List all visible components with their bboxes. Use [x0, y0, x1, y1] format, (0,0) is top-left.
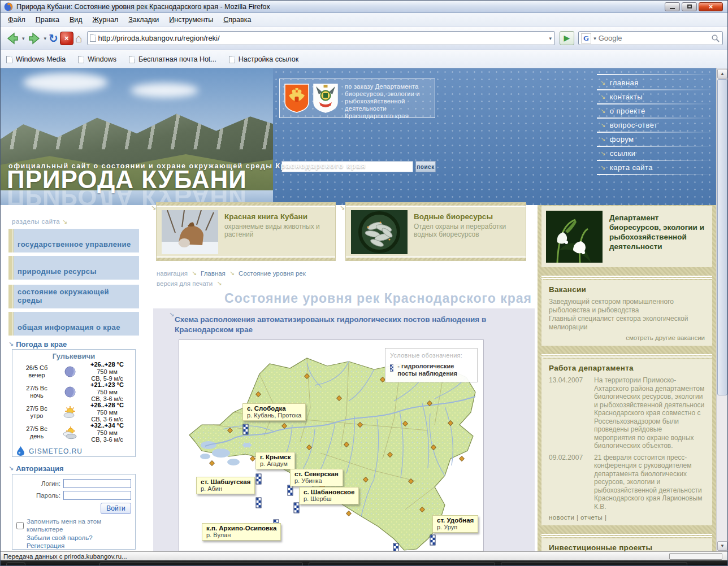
- menu-bookmarks[interactable]: Закладки: [123, 14, 164, 26]
- gismeteo-link[interactable]: GISMETEO.RU: [29, 447, 83, 455]
- windows-taskbar: [1, 560, 728, 566]
- nav-qa[interactable]: ↘вопрос-ответ: [597, 119, 713, 133]
- web-search-input[interactable]: [599, 34, 709, 42]
- map-legend: Условные обозначения: - гидрологические …: [385, 348, 478, 382]
- bioresources-card[interactable]: Водные биоресурсы Отдел охраны и перераб…: [345, 202, 526, 261]
- news-reports-links[interactable]: новости | отчеты |: [549, 514, 705, 521]
- back-button[interactable]: [5, 31, 20, 46]
- menu-help[interactable]: Справка: [218, 14, 256, 26]
- separator: ↘: [541, 528, 712, 537]
- window-controls: ×: [665, 2, 724, 11]
- station-callout: ст. Удобнаяр. Уруп: [432, 515, 478, 533]
- department-card[interactable]: Департамент биоресурсов, экологии и рыбо…: [541, 206, 712, 267]
- map-heading: Схема расположения автоматизированых гид…: [175, 315, 528, 335]
- search-engine-dropdown[interactable]: ▾: [593, 36, 597, 41]
- nav-links[interactable]: ↘ссылки: [597, 147, 713, 161]
- window-titlebar: Природа Кубани: Состояние уровня рек Кра…: [1, 1, 727, 13]
- login-button[interactable]: Войти: [101, 503, 131, 514]
- breadcrumb-home-link[interactable]: Главная: [201, 270, 226, 277]
- forward-button[interactable]: [27, 31, 42, 46]
- go-button[interactable]: ▶: [560, 31, 574, 45]
- site-search-button[interactable]: поиск: [415, 161, 436, 172]
- station-callout: ст. Северскаяр. Убинка: [290, 469, 343, 486]
- bookmark-icon: [6, 56, 12, 63]
- nav-arrow-icon: ↘: [600, 136, 606, 143]
- menu-bar: Файл Правка Вид Журнал Закладки Инструме…: [1, 13, 727, 27]
- firefox-icon: [4, 2, 13, 11]
- bookmark-links-setup[interactable]: Настройка ссылок: [229, 55, 298, 63]
- remember-label: Запомнить меня на этом компьютере: [27, 517, 131, 533]
- sidebar-item-government[interactable]: государственное управление: [8, 229, 139, 252]
- vacancy-item[interactable]: Главный специалист сектора экологической…: [549, 315, 705, 332]
- card-title: Водные биоресурсы: [414, 212, 521, 221]
- water-drop-icon: [17, 446, 24, 456]
- print-arrow-icon: ↘: [216, 280, 222, 287]
- investments-card: Инвестиционные проекты БИЗНЕС-ПЛАН "ПРОМ…: [541, 538, 712, 551]
- bookmark-windows[interactable]: Windows: [78, 55, 116, 63]
- scroll-down-icon[interactable]: ▼: [717, 541, 727, 551]
- label-arrow-icon: ↘: [62, 218, 68, 225]
- station-callout: г. Крымскр. Агадум: [255, 452, 295, 469]
- more-vacancies-link[interactable]: смотреть другие вакансии: [549, 334, 705, 341]
- nav-forum[interactable]: ↘форум: [597, 133, 713, 147]
- browser-window: Природа Кубани: Состояние уровня рек Кра…: [0, 0, 728, 566]
- url-dropdown[interactable]: ▾: [548, 36, 552, 41]
- nav-about[interactable]: ↘о проекте: [597, 105, 713, 119]
- auth-title: ↘Авторизация: [8, 464, 64, 473]
- commission-note: по заказу Департамента биоресурсов, экол…: [341, 83, 431, 114]
- station-callout: к.п. Архипо-Осиповкар. Вулан: [202, 523, 281, 541]
- menu-history[interactable]: Журнал: [88, 14, 124, 26]
- print-version-link[interactable]: версия для печати ↘: [157, 280, 222, 287]
- magnifier-icon[interactable]: [711, 34, 720, 43]
- forward-dropdown[interactable]: ▾: [44, 36, 47, 41]
- menu-tools[interactable]: Инструменты: [164, 14, 218, 26]
- bookmark-hotmail[interactable]: Бесплатная почта Hot...: [129, 55, 216, 63]
- vacancy-item[interactable]: Заведующий сектором промышленного рыболо…: [549, 298, 705, 315]
- page-scrollbar[interactable]: ▲ ▼: [716, 68, 727, 551]
- news-date: 13.04.2007: [549, 376, 591, 450]
- password-label: Пароль:: [36, 492, 60, 499]
- restore-button[interactable]: [682, 2, 697, 11]
- menu-file[interactable]: Файл: [3, 14, 31, 26]
- card-desc: Отдел охраны и переработки водных биорес…: [414, 223, 521, 238]
- red-book-card[interactable]: Красная книга Кубани охраняемые виды жив…: [156, 202, 336, 261]
- close-button[interactable]: ×: [699, 2, 723, 11]
- nav-home[interactable]: ↘главная: [597, 76, 713, 90]
- menu-edit[interactable]: Правка: [31, 14, 64, 26]
- forward-arrow-icon: [27, 31, 42, 46]
- forgot-password-link[interactable]: Забыли свой пароль?: [27, 534, 131, 541]
- nav-arrow-icon: ↘: [600, 107, 606, 115]
- department-title: Департамент биоресурсов, экологии и рыбо…: [609, 211, 708, 263]
- breadcrumb-arrow-icon: ↘: [229, 269, 235, 277]
- home-button[interactable]: ⌂: [75, 33, 83, 44]
- menu-view[interactable]: Вид: [64, 14, 88, 26]
- remember-checkbox[interactable]: [16, 518, 24, 533]
- minimize-button[interactable]: [665, 2, 680, 11]
- scroll-up-icon[interactable]: ▲: [717, 69, 727, 79]
- register-link[interactable]: Регистрация: [27, 542, 131, 549]
- scrollbar-thumb[interactable]: [717, 79, 727, 395]
- bookmark-icon: [229, 56, 235, 63]
- card-arrow-icon: ↘: [340, 204, 345, 211]
- status-text: Передача данных с priroda.kubangov.ru...: [3, 553, 127, 560]
- site-name: ПРИРОДА КУБАНИ: [7, 166, 247, 194]
- nav-contacts[interactable]: ↘контакты: [597, 90, 713, 105]
- stop-button[interactable]: ×: [60, 32, 73, 45]
- sidebar-item-natural-resources[interactable]: природные ресурсы: [8, 256, 139, 280]
- bookmarks-bar: Windows Media Windows Бесплатная почта H…: [1, 51, 727, 68]
- password-field[interactable]: [63, 491, 131, 500]
- bookmark-icon: [129, 56, 135, 63]
- sidebar-item-environment-state[interactable]: состояние окружающей среды: [8, 285, 139, 308]
- login-field[interactable]: [63, 479, 131, 488]
- sidebar-item-region-info[interactable]: общая информация о крае: [8, 312, 139, 336]
- nav-sitemap[interactable]: ↘карта сайта: [597, 161, 713, 175]
- bookmark-windows-media[interactable]: Windows Media: [6, 55, 66, 63]
- reload-button[interactable]: ↻: [49, 32, 58, 45]
- search-box: G ▾: [578, 31, 723, 45]
- back-dropdown[interactable]: ▾: [21, 36, 25, 41]
- heading-arrow-icon: ↘: [169, 311, 174, 318]
- google-logo-icon: G: [581, 33, 591, 43]
- sun-cloud-icon: [61, 406, 79, 419]
- news-text: 21 февраля состоится пресс-конференция с…: [594, 454, 705, 511]
- url-input[interactable]: [98, 34, 547, 42]
